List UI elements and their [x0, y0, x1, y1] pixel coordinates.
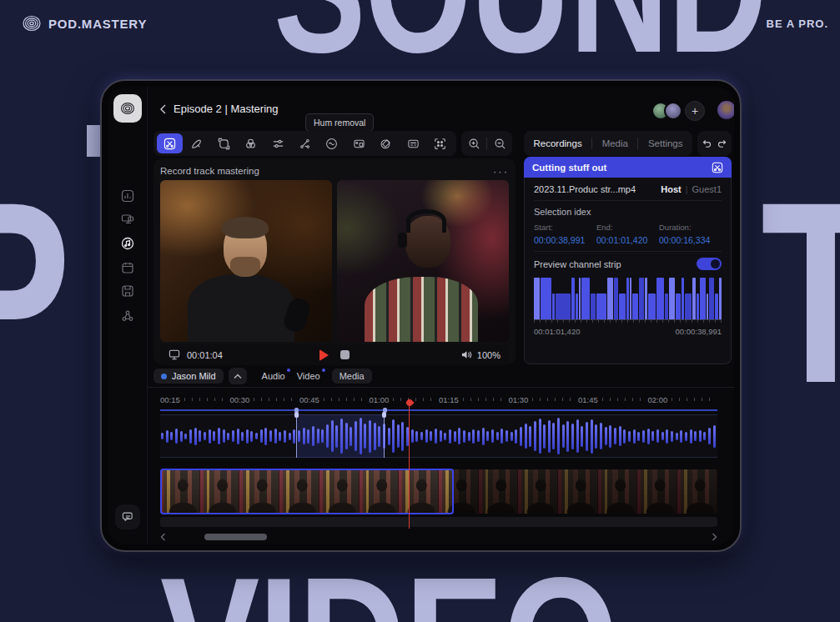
stats-icon[interactable]	[121, 189, 134, 203]
waveform-selection[interactable]	[296, 414, 385, 458]
cutting-card-header: Cutting stuff out	[524, 157, 732, 178]
mask-tool-button[interactable]	[373, 133, 399, 153]
selection-grip-left[interactable]	[294, 412, 299, 418]
wave-tool-button[interactable]	[319, 133, 345, 153]
add-collaborator-button[interactable]: +	[685, 101, 705, 121]
audio-waveform-track[interactable]	[160, 414, 717, 458]
blend-tool-button[interactable]	[238, 133, 264, 153]
track-tab-audio[interactable]: Audio	[262, 371, 285, 381]
background-word-bottom: VIDEO	[160, 550, 617, 622]
user-avatar[interactable]	[716, 99, 734, 121]
divider	[486, 138, 487, 149]
scan-tool-button[interactable]	[427, 133, 453, 153]
ruler-ticks	[184, 398, 226, 401]
ruler-label: 01:15	[439, 395, 459, 404]
history-group	[697, 131, 732, 156]
music-icon[interactable]	[121, 237, 134, 250]
track-tab-video[interactable]: Video	[297, 371, 320, 381]
captions-tool-button[interactable]	[400, 133, 426, 153]
app-logo-button[interactable]	[113, 94, 142, 123]
ruler-ticks	[254, 398, 295, 401]
zoom-out-button[interactable]	[494, 138, 506, 150]
back-chevron-icon[interactable]	[159, 104, 167, 114]
chat-button[interactable]	[115, 504, 140, 529]
waveform-bar	[637, 432, 640, 441]
strip-toggle[interactable]	[697, 258, 722, 270]
strip-bar	[591, 293, 596, 319]
scroll-right-arrow[interactable]	[712, 533, 717, 541]
page: SOUND P T VIDEO POD.MASTERY BE A PRO.	[0, 0, 840, 622]
calendar-icon[interactable]	[121, 261, 134, 274]
speaker-chip[interactable]: Jason Mild	[153, 369, 224, 384]
role-guest[interactable]: Guest1	[692, 184, 722, 194]
collapse-button[interactable]	[229, 368, 247, 384]
video-host[interactable]	[160, 180, 332, 342]
displays-icon[interactable]	[121, 213, 134, 226]
redo-button[interactable]	[717, 138, 728, 149]
play-button[interactable]	[319, 349, 329, 361]
waveform-bar	[274, 429, 277, 444]
path-tool-button[interactable]	[292, 133, 318, 153]
tab-recordings[interactable]: Recordings	[533, 138, 581, 148]
start-value[interactable]: 00:00:38,991	[534, 235, 596, 245]
waveform-bar	[685, 432, 687, 441]
brush-tool-button[interactable]	[184, 133, 209, 153]
ruler-segment: 02:00	[648, 390, 718, 409]
chat-icon	[121, 510, 134, 524]
waveform-bar	[472, 429, 475, 444]
volume-icon[interactable]	[460, 349, 473, 360]
record-tool-button[interactable]	[346, 133, 372, 153]
waveform-bar	[614, 428, 616, 444]
zoom-in-button[interactable]	[468, 138, 480, 150]
scroll-left-arrow[interactable]	[160, 533, 166, 541]
waveform-bar	[566, 421, 569, 452]
divider	[534, 251, 722, 252]
monitor-icon[interactable]	[169, 349, 180, 360]
undo-button[interactable]	[701, 138, 712, 149]
waveform-bar	[237, 429, 239, 444]
waveform-bar	[548, 420, 551, 453]
role-separator: |	[686, 184, 688, 194]
tab-settings[interactable]: Settings	[648, 138, 683, 148]
strip-bar	[669, 278, 675, 319]
selection-grip-right[interactable]	[382, 412, 386, 418]
stop-button[interactable]	[340, 350, 350, 359]
strip-bar	[614, 278, 617, 319]
waveform-bar	[241, 432, 244, 441]
tab-media[interactable]: Media	[602, 138, 628, 148]
end-value[interactable]: 00:01:01,420	[596, 235, 659, 245]
timeline-ruler[interactable]: 00:1500:3000:4501:0001:1501:3001:4502:00	[160, 390, 717, 409]
waveform-bar	[468, 432, 470, 441]
waveform-bar	[525, 424, 527, 449]
adjust-tool-button[interactable]	[265, 133, 291, 153]
cutting-card: Cutting stuff out 2023.11.Produc str...m…	[524, 157, 732, 364]
save-icon[interactable]	[121, 284, 134, 298]
playhead[interactable]	[409, 404, 410, 529]
waveform-bar	[232, 430, 234, 442]
track-tab-media[interactable]: Media	[332, 369, 372, 384]
scroll-thumb[interactable]	[204, 534, 267, 540]
waveform-bar	[209, 429, 211, 444]
ruler-label: 01:30	[509, 395, 529, 404]
cut-tool-button[interactable]	[157, 133, 183, 153]
more-menu-button[interactable]: ···	[493, 165, 509, 178]
strip-bar	[692, 278, 696, 319]
video-guest[interactable]	[337, 180, 509, 342]
empty-track[interactable]	[160, 517, 717, 527]
waveform-bar	[218, 428, 220, 444]
strip-label: Preview channel strip	[534, 259, 621, 269]
cut-scissors-icon[interactable]	[712, 162, 723, 173]
duration-label: Duration:	[659, 223, 722, 232]
strip-bar	[656, 278, 663, 319]
playback-time: 00:01:04	[187, 350, 223, 360]
strip-bar	[596, 293, 607, 319]
strip-bar	[707, 293, 708, 319]
strip-bar	[676, 293, 681, 319]
crop-tool-button[interactable]	[211, 133, 237, 153]
share-icon[interactable]	[121, 309, 134, 323]
scroll-track[interactable]	[173, 533, 705, 541]
waveform-bar	[515, 429, 517, 444]
channel-strip[interactable]	[534, 278, 722, 319]
role-host[interactable]: Host	[661, 184, 681, 194]
collaborator-avatar-2[interactable]	[664, 102, 682, 120]
